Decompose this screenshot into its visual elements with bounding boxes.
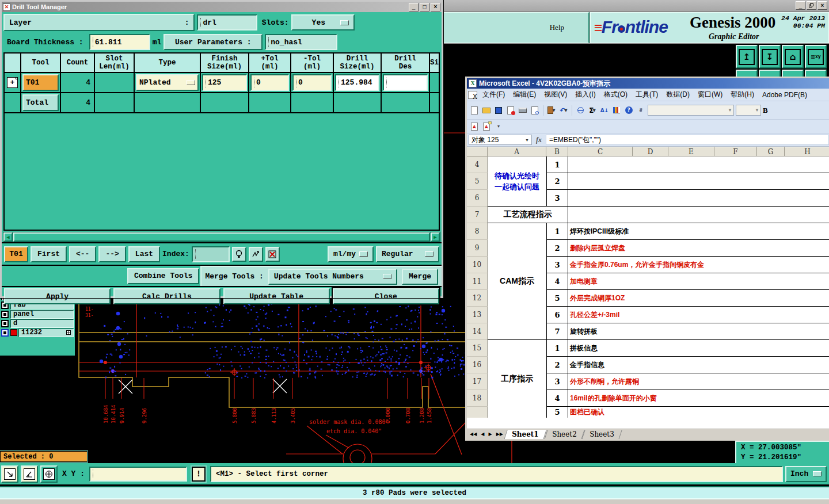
- row-header[interactable]: 11: [467, 273, 488, 290]
- update-table-button[interactable]: Update Table: [223, 288, 330, 304]
- finish-size-input[interactable]: 125: [202, 74, 247, 91]
- namebox-dropdown-icon[interactable]: ▼: [525, 138, 529, 142]
- column-header[interactable]: DrillDes: [382, 54, 430, 73]
- cell-b[interactable]: 3: [546, 373, 568, 390]
- row-header[interactable]: 16: [467, 357, 488, 373]
- dialog-close-button[interactable]: ×: [431, 3, 440, 12]
- column-header[interactable]: +Tol(ml): [249, 54, 291, 73]
- cell-c[interactable]: 旋转拼板: [568, 323, 633, 340]
- calc-drills-button[interactable]: Calc Drills: [113, 288, 220, 304]
- chart-wizard-icon[interactable]: [611, 105, 622, 116]
- main-restore-button[interactable]: [807, 1, 816, 10]
- column-header-h[interactable]: H: [785, 147, 829, 156]
- column-header[interactable]: Si: [430, 54, 440, 73]
- scroll-right-icon[interactable]: ▶: [431, 232, 440, 242]
- menu-file[interactable]: 文件(F): [478, 89, 509, 101]
- row-header[interactable]: 7: [467, 207, 488, 223]
- expand-row-button[interactable]: +: [7, 77, 18, 88]
- permission-icon[interactable]: [505, 105, 516, 116]
- font-name-combo[interactable]: ▼: [648, 105, 734, 116]
- tab-last-icon[interactable]: ▶▶: [495, 430, 505, 438]
- drill-size-input[interactable]: 125.984: [335, 74, 379, 91]
- row-header[interactable]: 4: [467, 156, 488, 173]
- board-thickness-input[interactable]: 61.811: [89, 34, 150, 50]
- units-dropdown[interactable]: Inch: [785, 466, 827, 482]
- grid-snap-button[interactable]: [40, 465, 58, 483]
- menu-help[interactable]: 帮助(H): [727, 89, 758, 101]
- layer-name[interactable]: d: [10, 319, 74, 328]
- select-area-button[interactable]: [1, 465, 18, 483]
- cell-c[interactable]: 外层完成铜厚1OZ: [568, 290, 633, 307]
- layer-checkbox[interactable]: [1, 329, 9, 337]
- cell-b[interactable]: 2: [546, 240, 568, 257]
- column-header-g[interactable]: G: [757, 147, 785, 156]
- units-mode-dropdown[interactable]: ml/my: [328, 246, 374, 262]
- new-icon[interactable]: [469, 105, 480, 116]
- dialog-minimize-button[interactable]: _: [409, 3, 419, 12]
- last-button[interactable]: Last: [128, 246, 160, 262]
- column-header-e[interactable]: E: [668, 147, 714, 156]
- merge-mode-dropdown[interactable]: Update Tools Numbers: [268, 269, 397, 285]
- convert-pdf-email-icon[interactable]: A: [481, 121, 492, 132]
- layer-row[interactable]: d: [1, 319, 74, 328]
- cell-c[interactable]: [568, 173, 633, 190]
- cell-b[interactable]: 1: [546, 156, 568, 173]
- column-header[interactable]: -Tol(ml): [291, 54, 334, 73]
- cell-c[interactable]: 金手指金厚0.76um，允许金手指间铜皮有金: [568, 257, 633, 273]
- tab-sheet3[interactable]: Sheet3: [581, 430, 622, 440]
- insert-hyperlink-icon[interactable]: [575, 105, 585, 116]
- tab-sheet1[interactable]: Sheet1: [504, 430, 546, 440]
- cell-c[interactable]: [568, 207, 633, 223]
- undo-icon[interactable]: ↶▼: [558, 105, 569, 116]
- tab-prev-icon[interactable]: ◀: [479, 430, 486, 438]
- menu-insert[interactable]: 插入(I): [571, 89, 599, 101]
- sort-ascending-icon[interactable]: A↓: [599, 105, 610, 116]
- row-header[interactable]: 12: [467, 290, 488, 307]
- merged-cell-cam[interactable]: CAM指示: [488, 223, 546, 340]
- layer-row-selected[interactable]: 11232: [1, 328, 74, 337]
- convert-pdf-icon[interactable]: A: [469, 121, 480, 132]
- row-header[interactable]: 18: [467, 390, 488, 407]
- row-header[interactable]: 5: [467, 173, 488, 190]
- column-header[interactable]: DrillSize(ml): [334, 54, 382, 73]
- next-button[interactable]: -->: [98, 246, 126, 262]
- tab-first-icon[interactable]: ◀◀: [468, 430, 478, 438]
- cell-c[interactable]: 删除内层孤立焊盘: [568, 240, 633, 257]
- dialog-maximize-button[interactable]: □: [420, 3, 429, 12]
- minus-tol-input[interactable]: 0: [292, 74, 332, 91]
- window-xy-button[interactable]: ▥xy: [805, 45, 827, 68]
- user-parameters-button[interactable]: User Parameters :: [163, 34, 263, 50]
- print-icon[interactable]: [518, 105, 528, 116]
- close-button[interactable]: Close: [333, 288, 439, 304]
- cell-c[interactable]: 外形不削铜，允许露铜: [568, 373, 633, 390]
- cell-c[interactable]: 孔径公差+/-3mil: [568, 307, 633, 323]
- layer-name[interactable]: panel: [10, 310, 74, 319]
- horizontal-scrollbar[interactable]: ◀ ▶: [3, 232, 440, 242]
- scroll-left-icon[interactable]: ◀: [3, 232, 13, 242]
- column-header-d[interactable]: D: [633, 147, 668, 156]
- cell-b[interactable]: 6: [546, 307, 568, 323]
- cell-c[interactable]: [568, 190, 633, 207]
- toolbar-options-icon[interactable]: ⇵: [636, 105, 646, 116]
- layer-checkbox[interactable]: [1, 311, 9, 318]
- highlight-button[interactable]: [232, 247, 246, 262]
- index-input[interactable]: [192, 246, 230, 262]
- menu-data[interactable]: 数据(D): [662, 89, 694, 101]
- xy-input[interactable]: [89, 467, 187, 482]
- menu-adobe-pdf[interactable]: Adobe PDF(B): [758, 90, 811, 100]
- cell-c[interactable]: 金手指信息: [568, 357, 633, 373]
- row-header[interactable]: 6: [467, 190, 488, 207]
- cell-b[interactable]: 5: [546, 290, 568, 307]
- layer-row[interactable]: panel: [1, 310, 74, 319]
- column-header[interactable]: FinishSize(ml): [201, 54, 249, 73]
- cell-c[interactable]: 拼板信息: [568, 340, 633, 357]
- slot-path-button[interactable]: [249, 247, 263, 262]
- row-header[interactable]: 9: [467, 240, 488, 257]
- merged-cell-process[interactable]: 工艺流程指示: [488, 207, 568, 223]
- export-up-button[interactable]: ↥: [736, 45, 758, 68]
- select-all-corner[interactable]: [467, 147, 488, 156]
- layer-input[interactable]: drl: [197, 14, 257, 30]
- cell-c[interactable]: 加电测章: [568, 273, 633, 290]
- cell-b[interactable]: 2: [546, 173, 568, 190]
- shape-dropdown[interactable]: Regular: [376, 246, 439, 262]
